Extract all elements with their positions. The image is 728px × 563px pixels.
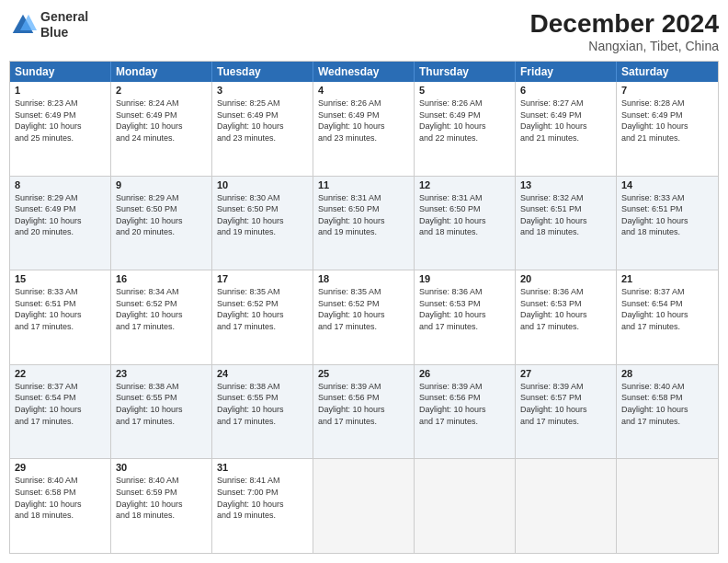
day-number: 22 — [15, 368, 106, 379]
calendar-cell — [617, 459, 718, 553]
day-number: 16 — [116, 273, 207, 284]
header-day-saturday: Saturday — [617, 62, 718, 82]
page: General Blue December 2024 Nangxian, Tib… — [0, 0, 728, 563]
calendar-cell: 17Sunrise: 8:35 AM Sunset: 6:52 PM Dayli… — [212, 270, 313, 364]
header-day-thursday: Thursday — [415, 62, 516, 82]
day-number: 25 — [318, 368, 409, 379]
calendar-cell: 1Sunrise: 8:23 AM Sunset: 6:49 PM Daylig… — [10, 82, 111, 176]
day-number: 2 — [116, 85, 207, 96]
day-info: Sunrise: 8:40 AM Sunset: 6:59 PM Dayligh… — [116, 475, 207, 521]
header-day-wednesday: Wednesday — [313, 62, 415, 82]
calendar-cell: 15Sunrise: 8:33 AM Sunset: 6:51 PM Dayli… — [10, 270, 111, 364]
calendar-cell: 7Sunrise: 8:28 AM Sunset: 6:49 PM Daylig… — [617, 82, 718, 176]
day-info: Sunrise: 8:25 AM Sunset: 6:49 PM Dayligh… — [217, 98, 308, 144]
calendar-cell: 4Sunrise: 8:26 AM Sunset: 6:49 PM Daylig… — [313, 82, 415, 176]
day-number: 18 — [318, 273, 409, 284]
day-info: Sunrise: 8:32 AM Sunset: 6:51 PM Dayligh… — [520, 192, 611, 238]
calendar-cell: 11Sunrise: 8:31 AM Sunset: 6:50 PM Dayli… — [313, 177, 415, 270]
day-number: 24 — [217, 368, 308, 379]
calendar-cell: 24Sunrise: 8:38 AM Sunset: 6:55 PM Dayli… — [212, 365, 313, 459]
calendar-cell: 25Sunrise: 8:39 AM Sunset: 6:56 PM Dayli… — [313, 365, 415, 459]
day-info: Sunrise: 8:35 AM Sunset: 6:52 PM Dayligh… — [217, 286, 308, 332]
subtitle: Nangxian, Tibet, China — [530, 39, 719, 53]
day-number: 21 — [621, 273, 713, 284]
logo: General Blue — [9, 9, 88, 40]
day-number: 11 — [318, 179, 409, 190]
logo-icon — [9, 11, 37, 39]
day-number: 19 — [419, 273, 510, 284]
day-info: Sunrise: 8:29 AM Sunset: 6:49 PM Dayligh… — [15, 192, 106, 238]
calendar-cell — [415, 459, 516, 553]
day-number: 23 — [116, 368, 207, 379]
day-info: Sunrise: 8:23 AM Sunset: 6:49 PM Dayligh… — [15, 98, 106, 144]
day-number: 3 — [217, 85, 308, 96]
calendar-cell: 5Sunrise: 8:26 AM Sunset: 6:49 PM Daylig… — [415, 82, 516, 176]
day-number: 5 — [419, 85, 510, 96]
calendar-cell: 22Sunrise: 8:37 AM Sunset: 6:54 PM Dayli… — [10, 365, 111, 459]
calendar-row-4: 22Sunrise: 8:37 AM Sunset: 6:54 PM Dayli… — [10, 365, 718, 460]
header-day-sunday: Sunday — [10, 62, 111, 82]
calendar-cell: 28Sunrise: 8:40 AM Sunset: 6:58 PM Dayli… — [617, 365, 718, 459]
day-number: 26 — [419, 368, 510, 379]
calendar-cell: 10Sunrise: 8:30 AM Sunset: 6:50 PM Dayli… — [212, 177, 313, 270]
day-info: Sunrise: 8:40 AM Sunset: 6:58 PM Dayligh… — [621, 381, 713, 427]
day-info: Sunrise: 8:26 AM Sunset: 6:49 PM Dayligh… — [419, 98, 510, 144]
day-number: 7 — [621, 85, 713, 96]
calendar-cell: 27Sunrise: 8:39 AM Sunset: 6:57 PM Dayli… — [516, 365, 617, 459]
header-day-tuesday: Tuesday — [212, 62, 313, 82]
calendar-cell — [516, 459, 617, 553]
day-number: 12 — [419, 179, 510, 190]
calendar-cell: 19Sunrise: 8:36 AM Sunset: 6:53 PM Dayli… — [415, 270, 516, 364]
day-number: 6 — [520, 85, 611, 96]
main-title: December 2024 — [530, 9, 719, 39]
logo-text: General Blue — [40, 9, 88, 40]
day-info: Sunrise: 8:37 AM Sunset: 6:54 PM Dayligh… — [621, 286, 713, 332]
day-number: 28 — [621, 368, 713, 379]
day-info: Sunrise: 8:39 AM Sunset: 6:56 PM Dayligh… — [419, 381, 510, 427]
day-info: Sunrise: 8:33 AM Sunset: 6:51 PM Dayligh… — [621, 192, 713, 238]
day-info: Sunrise: 8:39 AM Sunset: 6:57 PM Dayligh… — [520, 381, 611, 427]
calendar-row-2: 8Sunrise: 8:29 AM Sunset: 6:49 PM Daylig… — [10, 177, 718, 271]
calendar-cell: 30Sunrise: 8:40 AM Sunset: 6:59 PM Dayli… — [111, 459, 212, 553]
day-number: 31 — [217, 462, 308, 473]
logo-line1: General — [40, 9, 88, 25]
calendar-cell: 2Sunrise: 8:24 AM Sunset: 6:49 PM Daylig… — [111, 82, 212, 176]
calendar-cell: 20Sunrise: 8:36 AM Sunset: 6:53 PM Dayli… — [516, 270, 617, 364]
calendar-cell: 29Sunrise: 8:40 AM Sunset: 6:58 PM Dayli… — [10, 459, 111, 553]
day-info: Sunrise: 8:34 AM Sunset: 6:52 PM Dayligh… — [116, 286, 207, 332]
day-number: 15 — [15, 273, 106, 284]
calendar-cell: 16Sunrise: 8:34 AM Sunset: 6:52 PM Dayli… — [111, 270, 212, 364]
day-number: 8 — [15, 179, 106, 190]
calendar-row-5: 29Sunrise: 8:40 AM Sunset: 6:58 PM Dayli… — [10, 459, 718, 553]
calendar-cell: 3Sunrise: 8:25 AM Sunset: 6:49 PM Daylig… — [212, 82, 313, 176]
day-info: Sunrise: 8:40 AM Sunset: 6:58 PM Dayligh… — [15, 475, 106, 521]
title-block: December 2024 Nangxian, Tibet, China — [530, 9, 719, 53]
day-info: Sunrise: 8:31 AM Sunset: 6:50 PM Dayligh… — [419, 192, 510, 238]
calendar-body: 1Sunrise: 8:23 AM Sunset: 6:49 PM Daylig… — [10, 82, 718, 553]
day-number: 10 — [217, 179, 308, 190]
day-info: Sunrise: 8:36 AM Sunset: 6:53 PM Dayligh… — [520, 286, 611, 332]
day-info: Sunrise: 8:38 AM Sunset: 6:55 PM Dayligh… — [217, 381, 308, 427]
day-info: Sunrise: 8:41 AM Sunset: 7:00 PM Dayligh… — [217, 475, 308, 521]
calendar-cell: 26Sunrise: 8:39 AM Sunset: 6:56 PM Dayli… — [415, 365, 516, 459]
day-number: 27 — [520, 368, 611, 379]
calendar-cell: 9Sunrise: 8:29 AM Sunset: 6:50 PM Daylig… — [111, 177, 212, 270]
day-info: Sunrise: 8:27 AM Sunset: 6:49 PM Dayligh… — [520, 98, 611, 144]
day-info: Sunrise: 8:39 AM Sunset: 6:56 PM Dayligh… — [318, 381, 409, 427]
calendar: SundayMondayTuesdayWednesdayThursdayFrid… — [9, 61, 719, 554]
day-info: Sunrise: 8:38 AM Sunset: 6:55 PM Dayligh… — [116, 381, 207, 427]
day-number: 29 — [15, 462, 106, 473]
day-info: Sunrise: 8:28 AM Sunset: 6:49 PM Dayligh… — [621, 98, 713, 144]
day-number: 9 — [116, 179, 207, 190]
day-info: Sunrise: 8:37 AM Sunset: 6:54 PM Dayligh… — [15, 381, 106, 427]
day-number: 13 — [520, 179, 611, 190]
day-number: 1 — [15, 85, 106, 96]
calendar-cell: 31Sunrise: 8:41 AM Sunset: 7:00 PM Dayli… — [212, 459, 313, 553]
logo-line2: Blue — [40, 25, 88, 40]
calendar-row-1: 1Sunrise: 8:23 AM Sunset: 6:49 PM Daylig… — [10, 82, 718, 177]
day-number: 4 — [318, 85, 409, 96]
day-info: Sunrise: 8:26 AM Sunset: 6:49 PM Dayligh… — [318, 98, 409, 144]
header-day-monday: Monday — [111, 62, 212, 82]
calendar-cell: 6Sunrise: 8:27 AM Sunset: 6:49 PM Daylig… — [516, 82, 617, 176]
day-number: 20 — [520, 273, 611, 284]
